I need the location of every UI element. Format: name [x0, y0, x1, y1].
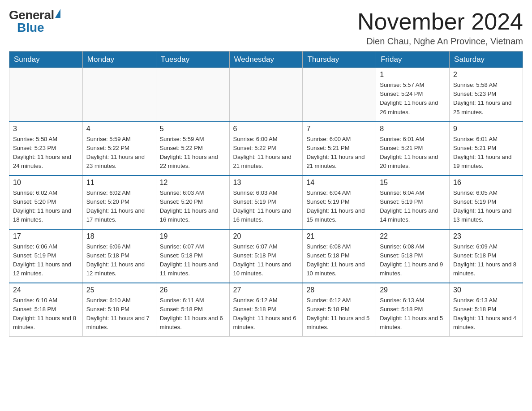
- day-info: Sunrise: 6:01 AMSunset: 5:21 PMDaylight:…: [380, 135, 446, 171]
- day-number: 13: [233, 179, 299, 187]
- calendar-cell: 3Sunrise: 5:58 AMSunset: 5:23 PMDaylight…: [9, 122, 83, 176]
- day-info: Sunrise: 6:06 AMSunset: 5:18 PMDaylight:…: [86, 242, 152, 278]
- location-text: Dien Chau, Nghe An Province, Vietnam: [357, 36, 523, 47]
- calendar-cell: 10Sunrise: 6:02 AMSunset: 5:20 PMDayligh…: [9, 176, 83, 229]
- day-info: Sunrise: 6:00 AMSunset: 5:22 PMDaylight:…: [233, 135, 299, 171]
- weekday-header-thursday: Thursday: [303, 51, 376, 68]
- calendar-week-row: 24Sunrise: 6:10 AMSunset: 5:18 PMDayligh…: [9, 283, 523, 337]
- calendar-cell: 2Sunrise: 5:58 AMSunset: 5:23 PMDaylight…: [450, 68, 523, 122]
- calendar-cell: 8Sunrise: 6:01 AMSunset: 5:21 PMDaylight…: [376, 122, 450, 176]
- day-info: Sunrise: 6:13 AMSunset: 5:18 PMDaylight:…: [453, 296, 519, 332]
- day-number: 2: [453, 71, 519, 79]
- day-info: Sunrise: 6:07 AMSunset: 5:18 PMDaylight:…: [160, 242, 226, 278]
- day-info: Sunrise: 6:08 AMSunset: 5:18 PMDaylight:…: [380, 242, 446, 278]
- weekday-header-wednesday: Wednesday: [229, 51, 303, 68]
- day-number: 17: [13, 232, 79, 240]
- calendar-cell: 21Sunrise: 6:08 AMSunset: 5:18 PMDayligh…: [303, 229, 376, 283]
- calendar-cell: [229, 68, 303, 122]
- day-number: 10: [13, 179, 79, 187]
- calendar-cell: 24Sunrise: 6:10 AMSunset: 5:18 PMDayligh…: [9, 283, 83, 337]
- day-number: 7: [306, 125, 372, 133]
- day-number: 3: [13, 125, 79, 133]
- calendar-cell: 26Sunrise: 6:11 AMSunset: 5:18 PMDayligh…: [156, 283, 229, 337]
- calendar-cell: 15Sunrise: 6:04 AMSunset: 5:19 PMDayligh…: [376, 176, 450, 229]
- calendar-cell: 7Sunrise: 6:00 AMSunset: 5:21 PMDaylight…: [303, 122, 376, 176]
- calendar-cell: [9, 68, 83, 122]
- day-number: 23: [453, 232, 519, 240]
- weekday-header-monday: Monday: [82, 51, 156, 68]
- day-info: Sunrise: 6:02 AMSunset: 5:20 PMDaylight:…: [13, 188, 79, 225]
- calendar-week-row: 10Sunrise: 6:02 AMSunset: 5:20 PMDayligh…: [9, 176, 523, 229]
- day-number: 28: [306, 286, 372, 294]
- calendar-table: SundayMondayTuesdayWednesdayThursdayFrid…: [9, 51, 523, 337]
- calendar-header-row: SundayMondayTuesdayWednesdayThursdayFrid…: [9, 51, 523, 68]
- calendar-cell: 12Sunrise: 6:03 AMSunset: 5:20 PMDayligh…: [156, 176, 229, 229]
- calendar-cell: [82, 68, 156, 122]
- page-header: General Blue November 2024 Dien Chau, Ng…: [9, 9, 523, 47]
- calendar-cell: [156, 68, 229, 122]
- day-info: Sunrise: 6:00 AMSunset: 5:21 PMDaylight:…: [306, 135, 372, 171]
- calendar-cell: 16Sunrise: 6:05 AMSunset: 5:19 PMDayligh…: [450, 176, 523, 229]
- calendar-cell: 23Sunrise: 6:09 AMSunset: 5:18 PMDayligh…: [450, 229, 523, 283]
- calendar-cell: 14Sunrise: 6:04 AMSunset: 5:19 PMDayligh…: [303, 176, 376, 229]
- calendar-cell: 19Sunrise: 6:07 AMSunset: 5:18 PMDayligh…: [156, 229, 229, 283]
- day-info: Sunrise: 6:13 AMSunset: 5:18 PMDaylight:…: [380, 296, 446, 332]
- day-info: Sunrise: 6:10 AMSunset: 5:18 PMDaylight:…: [86, 296, 152, 332]
- logo-triangle-icon: [55, 9, 60, 18]
- month-title: November 2024: [357, 9, 523, 34]
- day-number: 19: [160, 232, 226, 240]
- day-info: Sunrise: 6:08 AMSunset: 5:18 PMDaylight:…: [306, 242, 372, 278]
- day-number: 11: [86, 179, 152, 187]
- day-info: Sunrise: 5:58 AMSunset: 5:23 PMDaylight:…: [13, 135, 79, 171]
- day-info: Sunrise: 6:02 AMSunset: 5:20 PMDaylight:…: [86, 188, 152, 225]
- day-info: Sunrise: 6:11 AMSunset: 5:18 PMDaylight:…: [160, 296, 226, 332]
- day-number: 12: [160, 179, 226, 187]
- day-number: 22: [380, 232, 446, 240]
- day-number: 6: [233, 125, 299, 133]
- calendar-cell: 30Sunrise: 6:13 AMSunset: 5:18 PMDayligh…: [450, 283, 523, 337]
- day-number: 16: [453, 179, 519, 187]
- weekday-header-tuesday: Tuesday: [156, 51, 229, 68]
- day-number: 8: [380, 125, 446, 133]
- day-number: 9: [453, 125, 519, 133]
- calendar-week-row: 1Sunrise: 5:57 AMSunset: 5:24 PMDaylight…: [9, 68, 523, 122]
- day-number: 25: [86, 286, 152, 294]
- day-info: Sunrise: 6:04 AMSunset: 5:19 PMDaylight:…: [306, 188, 372, 225]
- calendar-cell: 5Sunrise: 5:59 AMSunset: 5:22 PMDaylight…: [156, 122, 229, 176]
- calendar-cell: [303, 68, 376, 122]
- day-info: Sunrise: 5:59 AMSunset: 5:22 PMDaylight:…: [86, 135, 152, 171]
- logo-general-text: General: [9, 9, 54, 21]
- calendar-cell: 29Sunrise: 6:13 AMSunset: 5:18 PMDayligh…: [376, 283, 450, 337]
- day-number: 27: [233, 286, 299, 294]
- calendar-cell: 22Sunrise: 6:08 AMSunset: 5:18 PMDayligh…: [376, 229, 450, 283]
- calendar-cell: 20Sunrise: 6:07 AMSunset: 5:18 PMDayligh…: [229, 229, 303, 283]
- calendar-week-row: 17Sunrise: 6:06 AMSunset: 5:19 PMDayligh…: [9, 229, 523, 283]
- calendar-cell: 1Sunrise: 5:57 AMSunset: 5:24 PMDaylight…: [376, 68, 450, 122]
- weekday-header-saturday: Saturday: [450, 51, 523, 68]
- calendar-cell: 17Sunrise: 6:06 AMSunset: 5:19 PMDayligh…: [9, 229, 83, 283]
- day-number: 21: [306, 232, 372, 240]
- calendar-cell: 28Sunrise: 6:12 AMSunset: 5:18 PMDayligh…: [303, 283, 376, 337]
- weekday-header-sunday: Sunday: [9, 51, 83, 68]
- calendar-cell: 9Sunrise: 6:01 AMSunset: 5:21 PMDaylight…: [450, 122, 523, 176]
- day-info: Sunrise: 6:09 AMSunset: 5:18 PMDaylight:…: [453, 242, 519, 278]
- weekday-header-friday: Friday: [376, 51, 450, 68]
- day-info: Sunrise: 6:05 AMSunset: 5:19 PMDaylight:…: [453, 188, 519, 225]
- day-info: Sunrise: 5:59 AMSunset: 5:22 PMDaylight:…: [160, 135, 226, 171]
- calendar-cell: 18Sunrise: 6:06 AMSunset: 5:18 PMDayligh…: [82, 229, 156, 283]
- day-number: 20: [233, 232, 299, 240]
- day-info: Sunrise: 6:07 AMSunset: 5:18 PMDaylight:…: [233, 242, 299, 278]
- calendar-week-row: 3Sunrise: 5:58 AMSunset: 5:23 PMDaylight…: [9, 122, 523, 176]
- logo-blue-text: Blue: [17, 21, 44, 34]
- day-number: 4: [86, 125, 152, 133]
- day-info: Sunrise: 6:03 AMSunset: 5:20 PMDaylight:…: [160, 188, 226, 225]
- day-info: Sunrise: 5:58 AMSunset: 5:23 PMDaylight:…: [453, 81, 519, 117]
- calendar-cell: 6Sunrise: 6:00 AMSunset: 5:22 PMDaylight…: [229, 122, 303, 176]
- day-info: Sunrise: 6:04 AMSunset: 5:19 PMDaylight:…: [380, 188, 446, 225]
- calendar-cell: 25Sunrise: 6:10 AMSunset: 5:18 PMDayligh…: [82, 283, 156, 337]
- day-info: Sunrise: 6:10 AMSunset: 5:18 PMDaylight:…: [13, 296, 79, 332]
- title-block: November 2024 Dien Chau, Nghe An Provinc…: [357, 9, 523, 47]
- day-number: 1: [380, 71, 446, 79]
- day-number: 15: [380, 179, 446, 187]
- day-info: Sunrise: 6:12 AMSunset: 5:18 PMDaylight:…: [306, 296, 372, 332]
